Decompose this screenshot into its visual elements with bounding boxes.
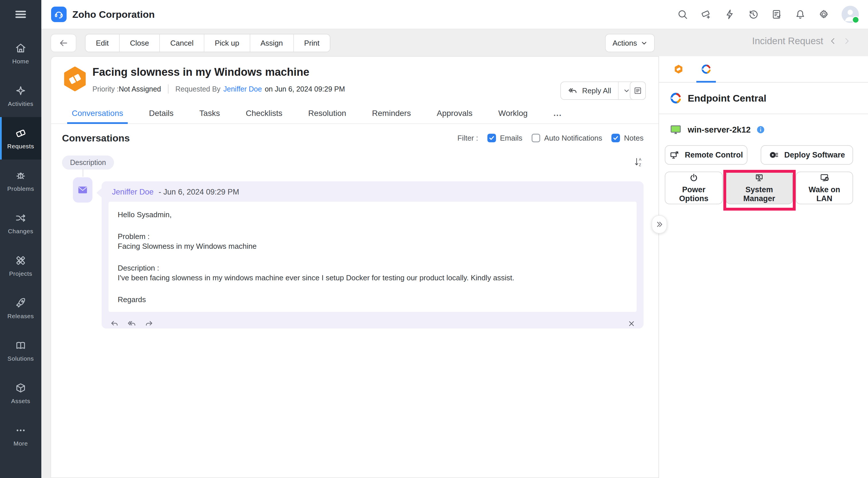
checkbox-checked-icon[interactable] xyxy=(487,134,496,142)
tab-request-details[interactable] xyxy=(667,56,690,82)
reply-icon[interactable] xyxy=(110,319,119,328)
collapse-panel-button[interactable] xyxy=(652,215,667,233)
sidebar-item-changes[interactable]: Changes xyxy=(0,202,41,245)
settings-icon[interactable] xyxy=(818,9,830,20)
sidebar-item-home[interactable]: Home xyxy=(0,32,41,74)
pickup-button[interactable]: Pick up xyxy=(205,34,250,52)
sidebar-item-problems[interactable]: Problems xyxy=(0,160,41,202)
integration-tabs xyxy=(659,56,868,83)
panel-title: Endpoint Central xyxy=(688,93,766,104)
sidebar-item-assets[interactable]: Assets xyxy=(0,372,41,414)
sidebar-item-solutions[interactable]: Solutions xyxy=(0,329,41,372)
close-icon[interactable] xyxy=(627,320,636,328)
email-line: Facing Slowness in my Windows machine xyxy=(118,241,627,251)
reply-all-split-button: Reply All xyxy=(560,82,635,100)
more-icon xyxy=(14,424,27,437)
sidebar-item-more[interactable]: More xyxy=(0,414,41,457)
close-button[interactable]: Close xyxy=(120,34,160,52)
org-title: Zoho Corporation xyxy=(72,9,155,20)
tab-more[interactable]: ... xyxy=(552,103,563,123)
changes-icon xyxy=(14,212,27,224)
conversations-section-header: Conversations Filter : Emails Auto Notif… xyxy=(51,124,658,152)
sidebar-item-activities[interactable]: Activities xyxy=(0,74,41,117)
email-line: Hello Sysadmin, xyxy=(118,210,627,220)
requested-on: on Jun 6, 2024 09:29 PM xyxy=(265,85,345,93)
priority-label: Priority : xyxy=(92,85,119,93)
remote-control-button[interactable]: Remote Control xyxy=(665,145,747,165)
sender-link[interactable]: Jeniffer Doe xyxy=(112,188,154,196)
tab-tasks[interactable]: Tasks xyxy=(198,103,221,123)
request-toolbar: Edit Close Cancel Pick up Assign Print A… xyxy=(41,29,868,56)
svg-text:A: A xyxy=(639,157,642,162)
sidebar-item-releases[interactable]: Releases xyxy=(0,287,41,329)
integrations-panel: Endpoint Central win-server-2k12 Remote … xyxy=(658,56,868,478)
add-note-button[interactable] xyxy=(630,82,646,100)
deploy-software-button[interactable]: Deploy Software xyxy=(761,145,853,165)
wake-on-lan-button[interactable]: Wake on LAN xyxy=(796,171,853,204)
approvals-icon[interactable] xyxy=(771,9,782,20)
edit-button[interactable]: Edit xyxy=(86,34,120,52)
device-monitor-icon xyxy=(670,123,682,136)
topbar-icons xyxy=(677,6,868,23)
checkbox-checked-icon[interactable] xyxy=(611,134,620,142)
conversation-group-row: Description AZ xyxy=(51,152,658,173)
print-button[interactable]: Print xyxy=(294,34,330,52)
description-chip[interactable]: Description xyxy=(62,156,114,169)
quick-actions-icon[interactable] xyxy=(724,9,735,20)
next-request-icon[interactable] xyxy=(843,37,851,45)
endpoint-central-logo-icon xyxy=(670,92,682,104)
system-manager-button[interactable]: System Manager xyxy=(725,171,793,204)
tab-reminders[interactable]: Reminders xyxy=(371,103,412,123)
actions-dropdown-button[interactable]: Actions xyxy=(605,34,655,52)
device-row: win-server-2k12 xyxy=(659,114,868,136)
power-options-button[interactable]: Power Options xyxy=(665,171,723,204)
sort-az-icon[interactable]: AZ xyxy=(634,157,644,167)
forward-icon[interactable] xyxy=(144,319,154,328)
info-icon[interactable] xyxy=(756,125,765,134)
tab-checklists[interactable]: Checklists xyxy=(245,103,284,123)
tab-endpoint-central[interactable] xyxy=(694,56,718,82)
filter-notes[interactable]: Notes xyxy=(611,134,644,142)
releases-icon xyxy=(14,297,27,309)
assign-button[interactable]: Assign xyxy=(250,34,294,52)
email-avatar xyxy=(73,177,92,202)
tab-worklog[interactable]: Worklog xyxy=(497,103,529,123)
solutions-icon xyxy=(14,339,27,352)
cancel-button[interactable]: Cancel xyxy=(160,34,205,52)
filter-emails[interactable]: Emails xyxy=(487,134,522,142)
email-line: Problem : xyxy=(118,231,627,241)
email-timestamp: - Jun 6, 2024 09:29 PM xyxy=(159,188,239,196)
reply-all-icon[interactable] xyxy=(127,319,136,328)
tab-approvals[interactable]: Approvals xyxy=(435,103,474,123)
email-line: Regards xyxy=(118,295,627,305)
requests-icon xyxy=(14,127,27,139)
tab-resolution[interactable]: Resolution xyxy=(307,103,347,123)
sidebar-item-projects[interactable]: Projects xyxy=(0,245,41,287)
requester-link[interactable]: Jeniffer Doe xyxy=(223,85,262,93)
tab-conversations[interactable]: Conversations xyxy=(71,103,124,123)
filter-auto-notifications[interactable]: Auto Notifications xyxy=(532,134,602,142)
tab-details[interactable]: Details xyxy=(148,103,175,123)
top-header: Zoho Corporation xyxy=(41,0,868,29)
add-request-icon[interactable] xyxy=(701,9,712,20)
breadcrumb: Incident Request xyxy=(752,36,851,46)
search-icon[interactable] xyxy=(677,9,688,20)
page-title: Incident Request xyxy=(752,36,823,46)
request-meta: Priority : Not Assigned Requested By Jen… xyxy=(92,84,345,94)
notifications-icon[interactable] xyxy=(795,9,806,20)
reply-all-button[interactable]: Reply All xyxy=(561,86,618,96)
filter-label: Filter : xyxy=(458,134,478,142)
conversation-filters: Filter : Emails Auto Notifications Notes xyxy=(458,134,644,142)
previous-request-icon[interactable] xyxy=(829,37,837,45)
request-header: Facing slowness in my Windows machine Pr… xyxy=(51,57,658,103)
sidebar-item-requests[interactable]: Requests xyxy=(0,117,41,160)
hamburger-menu-button[interactable] xyxy=(0,0,41,29)
double-chevron-right-icon xyxy=(656,221,663,228)
back-button[interactable] xyxy=(51,34,76,52)
checkbox-unchecked-icon[interactable] xyxy=(532,134,540,142)
request-hexagon-icon xyxy=(673,64,684,74)
history-icon[interactable] xyxy=(747,9,759,20)
reply-all-icon xyxy=(568,86,578,96)
chevron-down-icon xyxy=(641,40,647,46)
user-avatar[interactable] xyxy=(842,6,859,23)
